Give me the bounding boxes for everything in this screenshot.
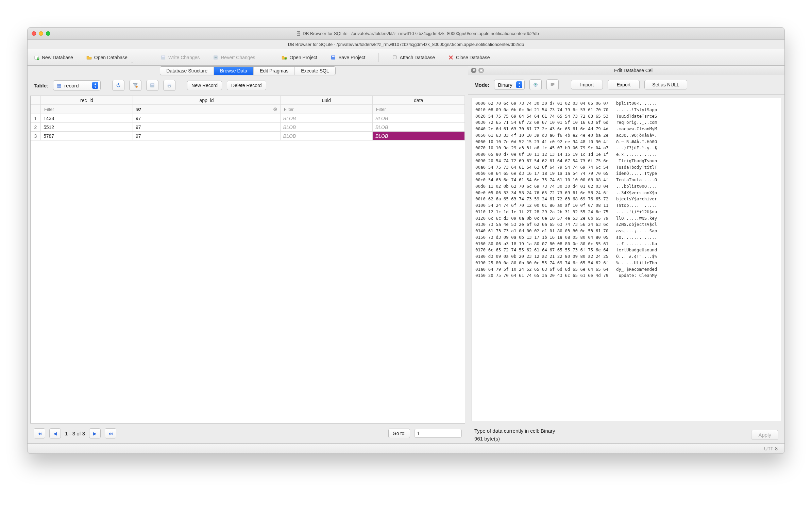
close-database-button[interactable]: Close Database — [448, 54, 490, 61]
window-subtitle: DB Browser for SQLite - /private/var/fol… — [28, 40, 784, 49]
goto-input[interactable] — [414, 429, 462, 438]
window-title: 🗄 DB Browser for SQLite - /private/var/f… — [54, 31, 780, 36]
cell-editor-status: Type of data currently in cell: Binary 9… — [468, 425, 784, 443]
prev-page-button[interactable]: ◀ — [49, 428, 61, 438]
col-data[interactable]: data — [373, 96, 465, 105]
revert-changes-button: Revert Changes — [213, 54, 255, 61]
row-number-header — [31, 96, 41, 105]
export-blob-button[interactable] — [529, 79, 542, 90]
close-window-button[interactable] — [32, 31, 36, 36]
data-table: rec_id app_id uuid data ⊗ 1 1433 97 BLO — [30, 96, 465, 423]
last-page-button[interactable]: ⏭ — [105, 428, 116, 438]
mode-selector[interactable]: Binary ▴▾ — [494, 80, 525, 90]
goto-label: Go to: — [388, 429, 410, 438]
svg-rect-13 — [168, 84, 170, 85]
save-table-button[interactable] — [146, 80, 158, 91]
write-changes-button: Write Changes — [160, 54, 200, 61]
cell-editor-toolbar: Mode: Binary ▴▾ Import Export Set as NUL… — [468, 75, 784, 95]
chevron-updown-icon: ▴▾ — [92, 82, 98, 89]
main-tabs: Database Structure Browse Data Edit Prag… — [28, 66, 468, 75]
svg-rect-14 — [168, 86, 170, 87]
detach-panel-icon[interactable]: ▣ — [478, 68, 484, 73]
record-range: 1 - 3 of 3 — [65, 431, 85, 436]
tab-database-structure[interactable]: Database Structure — [160, 67, 214, 75]
open-database-dropdown[interactable]: ⌄ — [131, 60, 134, 65]
statusbar: UTF-8 — [28, 443, 784, 453]
table-row[interactable]: 3 5787 97 BLOB BLOB — [31, 132, 465, 140]
delete-record-button[interactable]: Delete Record — [227, 81, 266, 90]
database-icon: 🗄 — [296, 31, 301, 36]
table-header: rec_id app_id uuid data — [31, 96, 465, 105]
titlebar: 🗄 DB Browser for SQLite - /private/var/f… — [28, 28, 784, 40]
zoom-window-button[interactable] — [46, 31, 50, 36]
cell-type-line: Type of data currently in cell: Binary — [474, 428, 778, 434]
close-panel-icon[interactable]: ✕ — [471, 68, 476, 73]
svg-rect-11 — [151, 84, 154, 85]
open-project-button[interactable]: Open Project — [281, 54, 317, 61]
filter-data[interactable] — [375, 106, 462, 112]
table-label: Table: — [34, 83, 48, 88]
clear-filters-button[interactable] — [129, 80, 141, 91]
tab-browse-data[interactable]: Browse Data — [214, 67, 254, 75]
import-button[interactable]: Import — [571, 80, 603, 89]
minimize-window-button[interactable] — [39, 31, 43, 36]
text-format-button[interactable] — [546, 79, 559, 90]
col-rec-id[interactable]: rec_id — [41, 96, 133, 105]
set-null-button[interactable]: Set as NULL — [644, 80, 687, 89]
cell-editor-titlebar: ✕ ▣ Edit Database Cell — [468, 66, 784, 75]
apply-button: Apply — [751, 430, 778, 440]
clear-filter-icon[interactable]: ⊗ — [273, 106, 277, 112]
mode-label: Mode: — [474, 82, 489, 88]
save-project-button[interactable]: Save Project — [330, 54, 365, 61]
table-icon: ▦ — [57, 82, 62, 88]
svg-rect-7 — [332, 55, 335, 57]
traffic-lights — [32, 31, 50, 36]
table-row[interactable]: 2 5512 97 BLOB BLOB — [31, 123, 465, 132]
first-page-button[interactable]: ⏮ — [34, 428, 45, 438]
filter-rec-id[interactable] — [44, 106, 130, 112]
pager: ⏮ ◀ 1 - 3 of 3 ▶ ⏭ Go to: — [28, 423, 468, 443]
table-selector[interactable]: ▦ record ▴▾ — [53, 80, 101, 90]
browse-pane: Database Structure Browse Data Edit Prag… — [28, 66, 468, 443]
print-button[interactable] — [163, 80, 175, 91]
hex-view[interactable]: 0000 62 70 6c 69 73 74 30 30 d7 01 02 03… — [472, 98, 781, 421]
cell-editor-pane: ✕ ▣ Edit Database Cell Mode: Binary ▴▾ I… — [468, 66, 784, 443]
chevron-updown-icon: ▴▾ — [516, 81, 522, 88]
selected-cell: BLOB — [373, 132, 465, 140]
svg-point-5 — [285, 57, 287, 60]
cell-size-line: 961 byte(s) — [474, 436, 778, 442]
table-row[interactable]: 1 1433 97 BLOB BLOB — [31, 114, 465, 123]
svg-rect-3 — [162, 55, 165, 57]
col-app-id[interactable]: app_id — [133, 96, 281, 105]
encoding-indicator[interactable]: UTF-8 — [764, 446, 778, 451]
filter-uuid[interactable] — [283, 106, 370, 112]
browse-toolbar: Table: ▦ record ▴▾ — [28, 75, 468, 96]
open-database-button[interactable]: Open Database — [86, 54, 128, 61]
export-button[interactable]: Export — [608, 80, 640, 89]
table-filters: ⊗ — [31, 105, 465, 114]
attach-database-button[interactable]: Attach Database — [392, 54, 435, 61]
app-window: 🗄 DB Browser for SQLite - /private/var/f… — [27, 27, 785, 454]
refresh-button[interactable] — [112, 80, 124, 91]
tab-execute-sql[interactable]: Execute SQL — [295, 67, 335, 75]
new-record-button[interactable]: New Record — [187, 81, 222, 90]
next-page-button[interactable]: ▶ — [89, 428, 101, 438]
svg-point-9 — [136, 86, 138, 88]
filter-app-id[interactable] — [136, 106, 273, 112]
new-database-button[interactable]: New Database — [34, 54, 73, 61]
col-uuid[interactable]: uuid — [281, 96, 373, 105]
tab-edit-pragmas[interactable]: Edit Pragmas — [254, 67, 295, 75]
main-toolbar: New Database Open Database ⌄ Write Chang… — [28, 49, 784, 66]
